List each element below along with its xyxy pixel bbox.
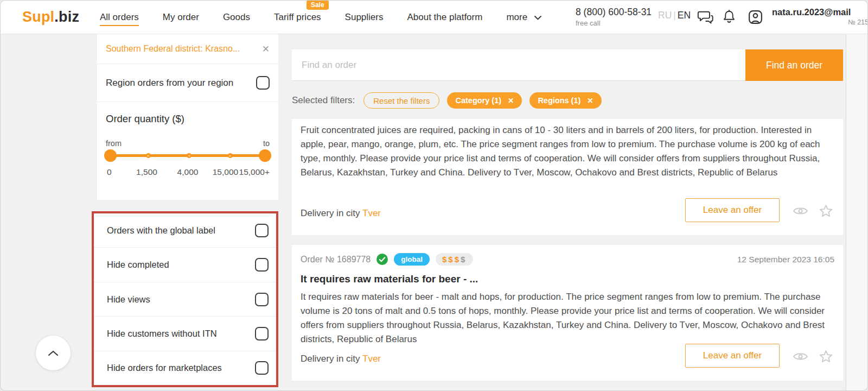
filter-label: Hide customers without ITN (107, 329, 255, 339)
star-icon[interactable] (819, 204, 833, 218)
quantity-slider: from to 0 1,500 4,000 15,000 15,000+ (106, 139, 270, 185)
leave-offer-button[interactable]: Leave an offer (685, 198, 780, 222)
reset-filters-button[interactable]: Reset the filters (363, 92, 439, 109)
filter-row-hide-marketplaces: Hide orders for marketplaces (94, 351, 276, 385)
selected-filters-row: Selected filters: Reset the filters Cate… (292, 92, 602, 109)
close-icon[interactable]: ✕ (262, 43, 270, 55)
order-number: Order № 1689778 (301, 255, 371, 264)
hide-no-itn-checkbox[interactable] (255, 327, 269, 340)
hide-views-checkbox[interactable] (255, 293, 269, 306)
nav-suppliers[interactable]: Suppliers (345, 9, 384, 26)
order-card-juices: Fruit concentrated juices are required, … (292, 119, 843, 235)
nav-all-orders[interactable]: All orders (100, 9, 139, 26)
main-nav: All orders My order Goods Tariff prices … (100, 1, 541, 34)
filter-label: Orders with the global label (107, 225, 255, 236)
filter-row-hide-views: Hide views (94, 282, 276, 316)
region-orders-checkbox[interactable] (256, 76, 270, 90)
regions-chip-label: Regions (1) (538, 96, 580, 105)
filter-label: Hide views (107, 294, 255, 305)
eye-icon[interactable] (793, 205, 808, 217)
slider-from-label: from (106, 139, 122, 148)
slider-dot-15000 (228, 153, 233, 158)
slider-handle-to[interactable] (259, 149, 271, 162)
phone-caption: free call (576, 19, 652, 27)
nav-goods[interactable]: Goods (223, 9, 250, 26)
category-chip-label: Category (1) (455, 96, 501, 105)
phone-block: 8 (800) 600-58-31 free call (576, 7, 652, 27)
order-meta-row: Order № 1689778 global $$$$ 12 September… (292, 245, 843, 266)
region-filter-label[interactable]: Southern Federal district: Krasno... (106, 44, 257, 54)
regions-filter-chip[interactable]: Regions (1) ✕ (529, 92, 601, 109)
tick-label-15000: 15,000 (213, 167, 238, 177)
verified-check-icon (376, 254, 388, 265)
chat-icon[interactable] (697, 10, 714, 27)
delivery-label: Delivery in city (301, 208, 360, 218)
delivery-label: Delivery in city (301, 354, 360, 364)
find-order-button[interactable]: Find an order (745, 49, 843, 81)
region-orders-toggle-row: Region orders from your region (97, 64, 278, 102)
nav-more[interactable]: more (506, 9, 541, 26)
delivery-city-link[interactable]: Tver (362, 354, 381, 364)
nav-more-label: more (506, 12, 527, 22)
filter-label: Hide completed (107, 260, 255, 270)
language-switcher: RU|EN (658, 10, 691, 21)
eye-icon[interactable] (793, 351, 808, 362)
global-badge: global (394, 253, 430, 266)
price-level-active: $$$ (442, 255, 461, 264)
price-level-badge: $$$$ (436, 253, 473, 266)
scroll-to-top-button[interactable] (36, 336, 71, 370)
close-icon[interactable]: ✕ (587, 96, 593, 105)
profile-icon[interactable] (748, 9, 763, 27)
bell-icon[interactable] (722, 9, 736, 27)
logo[interactable]: Supl.biz (22, 9, 79, 26)
tick-label-15000plus: 15,000+ (239, 167, 270, 177)
region-filter-chip: Southern Federal district: Krasno... ✕ (97, 34, 278, 64)
account-email: nata.ru.2023@mail (772, 7, 868, 17)
nav-tariff-prices-label: Tariff prices (274, 12, 321, 22)
hide-marketplaces-checkbox[interactable] (255, 361, 269, 375)
order-description: Fruit concentrated juices are required, … (292, 119, 843, 180)
star-icon[interactable] (819, 350, 833, 364)
order-quantity-section: Order quantity ($) from to 0 1,500 4,000… (97, 102, 278, 200)
top-navigation-bar: Supl.biz All orders My order Goods Tarif… (1, 1, 867, 34)
slider-to-label: to (263, 139, 270, 148)
slider-handle-from[interactable] (104, 149, 117, 162)
nav-about-platform[interactable]: About the platform (407, 9, 482, 26)
account-menu[interactable]: nata.ru.2023@mail № 215 (772, 7, 868, 26)
lang-ru[interactable]: RU (658, 10, 672, 21)
selected-filters-label: Selected filters: (292, 95, 355, 106)
filter-row-global-label: Orders with the global label (94, 213, 276, 247)
nav-tariff-prices[interactable]: Tariff prices Sale (274, 9, 321, 26)
logo-primary: Supl (22, 9, 54, 25)
sale-badge: Sale (307, 0, 329, 10)
global-label-checkbox[interactable] (255, 224, 269, 237)
slider-dot-1500 (146, 153, 151, 158)
highlighted-filter-group: Orders with the global label Hide comple… (92, 211, 278, 387)
order-description: It requires raw materials for beer - mal… (292, 285, 843, 346)
order-card-beer: Order № 1689778 global $$$$ 12 September… (292, 245, 843, 381)
chevron-up-icon (48, 350, 59, 356)
page: Supl.biz All orders My order Goods Tarif… (0, 0, 868, 391)
close-icon[interactable]: ✕ (508, 96, 514, 105)
order-title[interactable]: It requires raw materials for beer - ... (292, 266, 843, 285)
lang-en[interactable]: EN (678, 10, 691, 21)
account-number: № 215 (772, 18, 868, 26)
leave-offer-button[interactable]: Leave an offer (685, 344, 780, 368)
order-quantity-title: Order quantity ($) (106, 113, 270, 125)
filter-label: Hide orders for marketplaces (107, 363, 255, 373)
search-input[interactable] (292, 49, 745, 81)
category-filter-chip[interactable]: Category (1) ✕ (447, 92, 522, 109)
right-gutter (846, 34, 867, 390)
phone-number: 8 (800) 600-58-31 (576, 7, 652, 18)
filter-row-hide-completed: Hide completed (94, 247, 276, 281)
chevron-down-icon (534, 12, 541, 23)
lang-separator: | (673, 10, 676, 21)
delivery-city-link[interactable]: Tver (362, 208, 381, 218)
filter-row-hide-no-itn: Hide customers without ITN (94, 316, 276, 350)
logo-suffix: .biz (54, 9, 79, 25)
delivery-line: Delivery in city Tver (301, 354, 381, 364)
slider-dot-4000 (187, 153, 192, 158)
nav-my-order[interactable]: My order (163, 9, 199, 26)
tick-label-1500: 1,500 (136, 167, 157, 177)
hide-completed-checkbox[interactable] (255, 258, 269, 272)
